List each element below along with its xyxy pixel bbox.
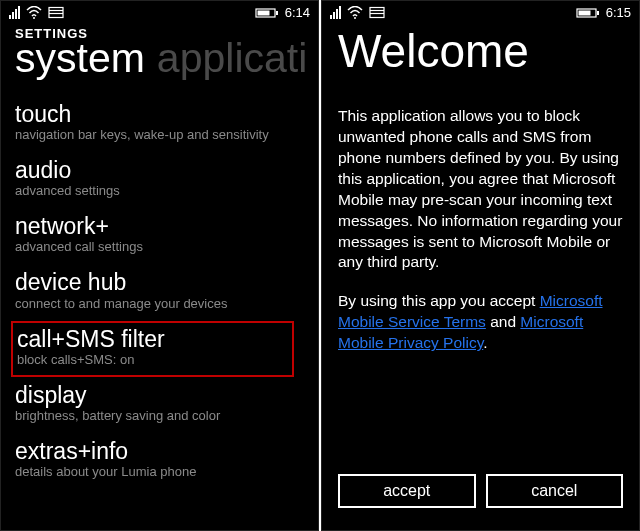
item-subtitle: block calls+SMS: on — [17, 352, 288, 367]
settings-item-display[interactable]: display brightness, battery saving and c… — [15, 377, 304, 433]
settings-item-network-plus[interactable]: network+ advanced call settings — [15, 208, 304, 264]
item-subtitle: connect to and manage your devices — [15, 296, 304, 311]
welcome-title: Welcome — [338, 28, 623, 74]
welcome-body-text: This application allows you to block unw… — [338, 106, 623, 273]
wifi-icon — [26, 6, 42, 19]
status-bar: 6:15 — [322, 1, 639, 22]
item-subtitle: navigation bar keys, wake-up and sensiti… — [15, 127, 304, 142]
svg-rect-6 — [276, 11, 278, 15]
item-title: extras+info — [15, 439, 304, 463]
item-subtitle: details about your Lumia phone — [15, 464, 304, 479]
signal-icon — [330, 6, 341, 19]
settings-item-call-sms-filter[interactable]: call+SMS filter block calls+SMS: on — [11, 321, 294, 377]
item-title: network+ — [15, 214, 304, 238]
message-icon — [369, 6, 385, 19]
svg-rect-13 — [597, 11, 599, 15]
terms-prefix: By using this app you accept — [338, 292, 540, 309]
message-icon — [48, 6, 64, 19]
clock: 6:14 — [285, 5, 310, 20]
battery-icon — [576, 7, 600, 19]
svg-rect-8 — [370, 8, 384, 18]
item-subtitle: advanced settings — [15, 183, 304, 198]
cancel-button[interactable]: cancel — [486, 474, 624, 508]
item-title: touch — [15, 102, 304, 126]
terms-joiner: and — [486, 313, 520, 330]
item-title: audio — [15, 158, 304, 182]
signal-icon — [9, 6, 20, 19]
svg-point-0 — [33, 17, 35, 19]
battery-icon — [255, 7, 279, 19]
settings-list[interactable]: touch navigation bar keys, wake-up and s… — [1, 82, 318, 489]
button-row: accept cancel — [338, 474, 623, 508]
settings-screen: 6:14 SETTINGS systemapplicati touch navi… — [0, 0, 319, 531]
accept-button[interactable]: accept — [338, 474, 476, 508]
svg-rect-12 — [578, 10, 590, 15]
item-title: device hub — [15, 270, 304, 294]
pivot-tabs[interactable]: systemapplicati — [1, 35, 318, 82]
clock: 6:15 — [606, 5, 631, 20]
status-bar: 6:14 — [1, 1, 318, 22]
svg-rect-1 — [49, 8, 63, 18]
settings-item-touch[interactable]: touch navigation bar keys, wake-up and s… — [15, 96, 304, 152]
item-subtitle: advanced call settings — [15, 239, 304, 254]
welcome-screen: 6:15 Welcome This application allows you… — [321, 0, 640, 531]
item-title: call+SMS filter — [17, 327, 288, 351]
tab-applications[interactable]: applicati — [157, 35, 307, 81]
tab-system[interactable]: system — [15, 35, 145, 81]
item-title: display — [15, 383, 304, 407]
svg-point-7 — [354, 17, 356, 19]
terms-period: . — [483, 334, 487, 351]
settings-item-device-hub[interactable]: device hub connect to and manage your de… — [15, 264, 304, 320]
welcome-terms-text: By using this app you accept Microsoft M… — [338, 291, 623, 354]
wifi-icon — [347, 6, 363, 19]
settings-item-extras-info[interactable]: extras+info details about your Lumia pho… — [15, 433, 304, 489]
settings-item-audio[interactable]: audio advanced settings — [15, 152, 304, 208]
item-subtitle: brightness, battery saving and color — [15, 408, 304, 423]
svg-rect-5 — [257, 10, 269, 15]
